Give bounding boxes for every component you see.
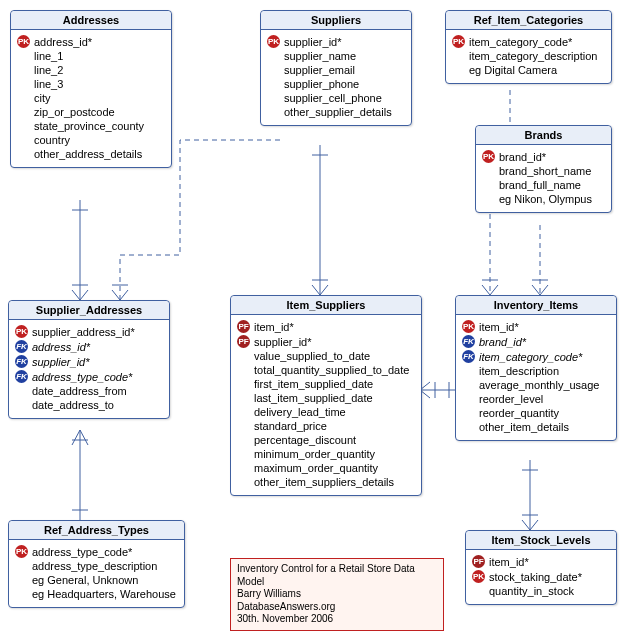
field-label: quantity_in_stock — [489, 585, 574, 597]
entity-title: Item_Suppliers — [231, 296, 421, 315]
pk-icon: PK — [482, 150, 495, 163]
info-line: Barry Williams — [237, 588, 437, 601]
pk-icon: PK — [452, 35, 465, 48]
field-label: item_id* — [254, 321, 294, 333]
entity-addresses[interactable]: Addresses PKaddress_id* line_1 line_2 li… — [10, 10, 172, 168]
pf-icon: PF — [237, 335, 250, 348]
field-label: brand_id* — [479, 336, 526, 348]
field-label: stock_taking_date* — [489, 571, 582, 583]
entity-title: Inventory_Items — [456, 296, 616, 315]
field-label: other_address_details — [34, 148, 142, 160]
field-label: reorder_quantity — [479, 407, 559, 419]
entity-title: Supplier_Addresses — [9, 301, 169, 320]
entity-inventory-items[interactable]: Inventory_Items PKitem_id* FKbrand_id* F… — [455, 295, 617, 441]
field-label: line_2 — [34, 64, 63, 76]
info-line: DatabaseAnswers.org — [237, 601, 437, 614]
field-label: last_item_supplied_date — [254, 392, 373, 404]
fk-icon: FK — [462, 335, 475, 348]
field-label: first_item_supplied_date — [254, 378, 373, 390]
fk-icon: FK — [462, 350, 475, 363]
info-line: 30th. November 2006 — [237, 613, 437, 626]
field-label: reorder_level — [479, 393, 543, 405]
entity-item-stock-levels[interactable]: Item_Stock_Levels PFitem_id* PKstock_tak… — [465, 530, 617, 605]
field-label: delivery_lead_time — [254, 406, 346, 418]
field-label: value_supplied_to_date — [254, 350, 370, 362]
field-label: percentage_discount — [254, 434, 356, 446]
field-label: item_category_description — [469, 50, 597, 62]
field-label: other_item_details — [479, 421, 569, 433]
entity-item-suppliers[interactable]: Item_Suppliers PFitem_id* PFsupplier_id*… — [230, 295, 422, 496]
entity-body: PKitem_category_code* item_category_desc… — [446, 30, 611, 83]
entity-ref-item-categories[interactable]: Ref_Item_Categories PKitem_category_code… — [445, 10, 612, 84]
entity-title: Suppliers — [261, 11, 411, 30]
entity-ref-address-types[interactable]: Ref_Address_Types PKaddress_type_code* a… — [8, 520, 185, 608]
field-label: supplier_cell_phone — [284, 92, 382, 104]
entity-title: Brands — [476, 126, 611, 145]
entity-body: PFitem_id* PFsupplier_id* value_supplied… — [231, 315, 421, 495]
field-label: average_monthly_usage — [479, 379, 599, 391]
field-label: line_3 — [34, 78, 63, 90]
field-label: item_category_code* — [469, 36, 572, 48]
field-label: address_type_code* — [32, 371, 132, 383]
pf-icon: PF — [237, 320, 250, 333]
entity-body: PKaddress_type_code* address_type_descri… — [9, 540, 184, 607]
info-line: Inventory Control for a Retail Store Dat… — [237, 563, 437, 576]
field-label: eg Digital Camera — [469, 64, 557, 76]
field-label: zip_or_postcode — [34, 106, 115, 118]
pk-icon: PK — [462, 320, 475, 333]
field-label: line_1 — [34, 50, 63, 62]
field-label: supplier_id* — [254, 336, 311, 348]
fk-icon: FK — [15, 355, 28, 368]
field-label: eg General, Unknown — [32, 574, 138, 586]
entity-body: PFitem_id* PKstock_taking_date* quantity… — [466, 550, 616, 604]
field-label: supplier_id* — [32, 356, 89, 368]
entity-body: PKsupplier_address_id* FKaddress_id* FKs… — [9, 320, 169, 418]
entity-title: Addresses — [11, 11, 171, 30]
field-label: date_address_from — [32, 385, 127, 397]
field-label: country — [34, 134, 70, 146]
fk-icon: FK — [15, 340, 28, 353]
info-line: Model — [237, 576, 437, 589]
field-label: standard_price — [254, 420, 327, 432]
field-label: brand_short_name — [499, 165, 591, 177]
entity-title: Ref_Address_Types — [9, 521, 184, 540]
pk-icon: PK — [472, 570, 485, 583]
entity-body: PKaddress_id* line_1 line_2 line_3 city … — [11, 30, 171, 167]
field-label: address_type_code* — [32, 546, 132, 558]
field-label: supplier_id* — [284, 36, 341, 48]
field-label: minimum_order_quantity — [254, 448, 375, 460]
entity-title: Item_Stock_Levels — [466, 531, 616, 550]
field-label: city — [34, 92, 51, 104]
entity-body: PKbrand_id* brand_short_name brand_full_… — [476, 145, 611, 212]
field-label: address_id* — [34, 36, 92, 48]
field-label: address_type_description — [32, 560, 157, 572]
field-label: supplier_address_id* — [32, 326, 135, 338]
entity-brands[interactable]: Brands PKbrand_id* brand_short_name bran… — [475, 125, 612, 213]
entity-suppliers[interactable]: Suppliers PKsupplier_id* supplier_name s… — [260, 10, 412, 126]
field-label: supplier_phone — [284, 78, 359, 90]
field-label: eg Headquarters, Warehouse — [32, 588, 176, 600]
entity-title: Ref_Item_Categories — [446, 11, 611, 30]
field-label: item_description — [479, 365, 559, 377]
field-label: item_id* — [479, 321, 519, 333]
field-label: state_province_county — [34, 120, 144, 132]
entity-body: PKitem_id* FKbrand_id* FKitem_category_c… — [456, 315, 616, 440]
diagram-info-box: Inventory Control for a Retail Store Dat… — [230, 558, 444, 631]
field-label: eg Nikon, Olympus — [499, 193, 592, 205]
field-label: other_supplier_details — [284, 106, 392, 118]
field-label: date_address_to — [32, 399, 114, 411]
field-label: maximum_order_quantity — [254, 462, 378, 474]
field-label: brand_full_name — [499, 179, 581, 191]
pf-icon: PF — [472, 555, 485, 568]
field-label: supplier_name — [284, 50, 356, 62]
entity-supplier-addresses[interactable]: Supplier_Addresses PKsupplier_address_id… — [8, 300, 170, 419]
fk-icon: FK — [15, 370, 28, 383]
pk-icon: PK — [15, 325, 28, 338]
field-label: brand_id* — [499, 151, 546, 163]
field-label: item_category_code* — [479, 351, 582, 363]
pk-icon: PK — [15, 545, 28, 558]
field-label: other_item_suppliers_details — [254, 476, 394, 488]
field-label: address_id* — [32, 341, 90, 353]
pk-icon: PK — [17, 35, 30, 48]
field-label: total_quantity_supplied_to_date — [254, 364, 409, 376]
